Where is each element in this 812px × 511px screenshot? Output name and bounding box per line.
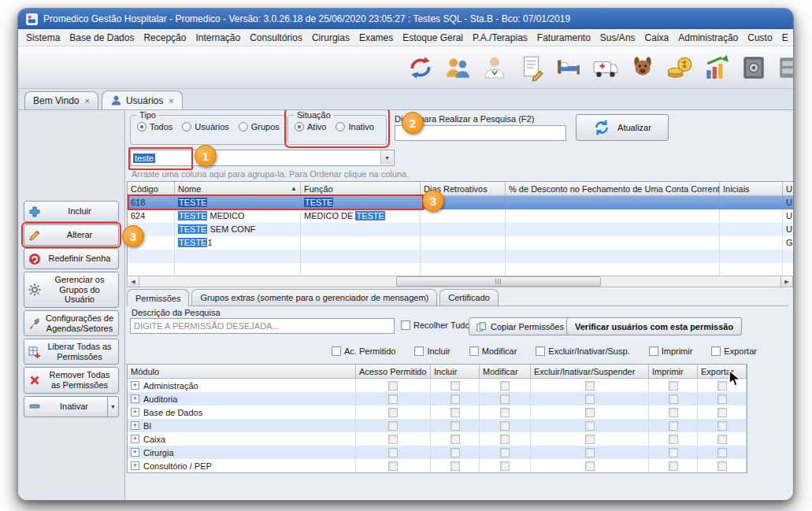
gerenciar-grupos-button[interactable]: Gerenciar os Grupos do Usuário — [24, 272, 119, 308]
col-incluir[interactable]: Incluir — [431, 365, 480, 379]
incluir-checkbox[interactable]: Incluir — [414, 346, 450, 356]
radio-usuarios[interactable]: Usuários — [182, 122, 228, 131]
expand-icon[interactable]: + — [131, 381, 139, 390]
menu-sus-ans[interactable]: Sus/Ans — [595, 31, 640, 45]
permission-checkbox[interactable] — [450, 421, 460, 431]
remover-permissoes-button[interactable]: Remover Todas as Permissões — [24, 367, 119, 393]
permission-checkbox[interactable] — [585, 448, 595, 457]
menu-exames[interactable]: Exames — [354, 31, 398, 45]
menu-faturamento[interactable]: Faturamento — [532, 31, 595, 45]
exportar-checkbox[interactable]: Exportar — [711, 346, 757, 356]
scrollbar-thumb[interactable] — [396, 276, 601, 287]
permission-checkbox[interactable] — [717, 408, 727, 417]
permission-checkbox[interactable] — [388, 394, 398, 404]
permission-checkbox[interactable] — [500, 448, 510, 457]
permission-checkbox[interactable] — [669, 435, 678, 444]
permission-checkbox[interactable] — [388, 448, 398, 457]
pesquisa-input[interactable] — [395, 125, 566, 141]
permission-checkbox[interactable] — [388, 421, 398, 431]
col-exportar[interactable]: Exportar — [698, 365, 747, 379]
inativar-button[interactable]: Inativar ▼ — [24, 396, 119, 417]
permission-checkbox[interactable] — [585, 381, 595, 391]
permission-checkbox[interactable] — [585, 394, 595, 404]
search-combo[interactable]: teste ▼ — [130, 150, 395, 166]
col-dias-retroativos[interactable]: Dias Retroativos — [421, 182, 506, 196]
close-icon[interactable]: × — [84, 96, 89, 106]
menu-sistema[interactable]: Sistema — [21, 31, 65, 45]
ambulance-icon[interactable] — [589, 50, 622, 86]
col-funcao[interactable]: Função — [301, 182, 421, 196]
menu-caixa[interactable]: Caixa — [640, 31, 674, 45]
col-iniciais[interactable]: Iniciais — [720, 182, 783, 196]
excluir-checkbox[interactable]: Excluir/Inativar/Susp. — [536, 346, 629, 356]
col-desconto[interactable]: % de Desconto no Fechamento de Uma Conta… — [506, 182, 720, 196]
recolher-tudo-checkbox[interactable]: Recolher Tudo — [401, 320, 470, 330]
permission-checkbox[interactable] — [388, 381, 398, 391]
col-imprimir[interactable]: Imprimir — [649, 365, 698, 379]
module-row[interactable]: +Consultório / PEP — [128, 459, 747, 472]
permission-checkbox[interactable] — [669, 448, 678, 457]
module-row[interactable]: +BI — [128, 419, 747, 432]
user-row[interactable]: TESTE1 G — [128, 236, 793, 250]
module-row[interactable]: +Auditoria — [128, 392, 747, 405]
permission-checkbox[interactable] — [717, 435, 727, 444]
col-codigo[interactable]: Código — [128, 182, 175, 196]
permission-checkbox[interactable] — [500, 421, 510, 431]
tab-usuarios[interactable]: Usuários × — [102, 91, 183, 109]
permission-checkbox[interactable] — [669, 408, 678, 417]
liberar-permissoes-button[interactable]: Liberar Todas as Permissões — [24, 339, 119, 365]
permission-checkbox[interactable] — [450, 394, 460, 404]
permission-checkbox[interactable] — [717, 448, 727, 457]
menu-administracao[interactable]: Administração — [673, 31, 743, 45]
expand-icon[interactable]: + — [131, 408, 139, 417]
doctor-icon[interactable] — [478, 50, 511, 86]
permission-checkbox[interactable] — [450, 448, 460, 457]
incluir-button[interactable]: Incluir — [24, 201, 119, 222]
permission-checkbox[interactable] — [585, 421, 595, 431]
permission-checkbox[interactable] — [669, 461, 678, 471]
ac-permitido-checkbox[interactable]: Ac. Permitido — [332, 346, 395, 356]
module-row[interactable]: +Cirurgia — [128, 446, 747, 459]
chevron-down-icon[interactable]: ▼ — [107, 397, 118, 417]
people-icon[interactable] — [441, 50, 474, 86]
expand-icon[interactable]: + — [131, 448, 139, 457]
expand-icon[interactable]: + — [131, 461, 139, 470]
imprimir-checkbox[interactable]: Imprimir — [649, 346, 693, 356]
radio-todos[interactable]: Todos — [137, 122, 172, 131]
redefinir-senha-button[interactable]: Redefinir Senha — [24, 248, 119, 269]
menu-custo[interactable]: Custo — [743, 31, 777, 45]
permission-checkbox[interactable] — [450, 461, 460, 471]
menu-cirurgias[interactable]: Cirurgias — [307, 31, 354, 45]
pet-icon[interactable] — [626, 50, 659, 86]
menu-internacao[interactable]: Internação — [191, 31, 245, 45]
menu-pa-terapias[interactable]: P.A./Terapias — [468, 31, 532, 45]
permission-checkbox[interactable] — [450, 408, 460, 417]
scroll-right-icon[interactable]: ▶ — [780, 276, 792, 287]
menu-estoque-geral[interactable]: Estoque Geral — [398, 31, 468, 45]
tab-permissoes[interactable]: Permissões — [127, 289, 189, 306]
permission-checkbox[interactable] — [717, 381, 727, 391]
configuracoes-agendas-button[interactable]: Configurações de Agendas/Setores — [24, 310, 119, 336]
bed-icon[interactable] — [552, 50, 585, 86]
user-row[interactable]: TESTE SEM CONF U — [128, 223, 793, 236]
tab-bem-vindo[interactable]: Bem Vindo × — [24, 91, 98, 109]
permission-checkbox[interactable] — [669, 381, 678, 391]
sync-users-icon[interactable] — [404, 50, 437, 86]
col-excluir[interactable]: Excluir/Inativar/Suspender — [531, 365, 649, 379]
safe-icon[interactable] — [737, 50, 770, 86]
expand-icon[interactable]: + — [131, 394, 139, 403]
menu-recepcao[interactable]: Recepção — [139, 31, 191, 45]
chevron-down-icon[interactable]: ▼ — [380, 151, 393, 165]
module-row[interactable]: +Base de Dados — [128, 405, 747, 419]
permission-checkbox[interactable] — [500, 435, 510, 444]
tab-grupos-extras[interactable]: Grupos extras (somente para o gerenciado… — [191, 289, 437, 305]
module-row[interactable]: +Caixa — [128, 432, 747, 446]
permission-checkbox[interactable] — [669, 421, 678, 431]
col-modificar[interactable]: Modificar — [480, 365, 531, 379]
close-icon[interactable]: × — [169, 96, 173, 106]
permission-checkbox[interactable] — [450, 381, 460, 391]
menu-cut[interactable]: E — [777, 31, 793, 45]
money-icon[interactable] — [663, 50, 696, 86]
alterar-button[interactable]: Alterar — [24, 224, 119, 246]
permission-checkbox[interactable] — [388, 435, 398, 444]
